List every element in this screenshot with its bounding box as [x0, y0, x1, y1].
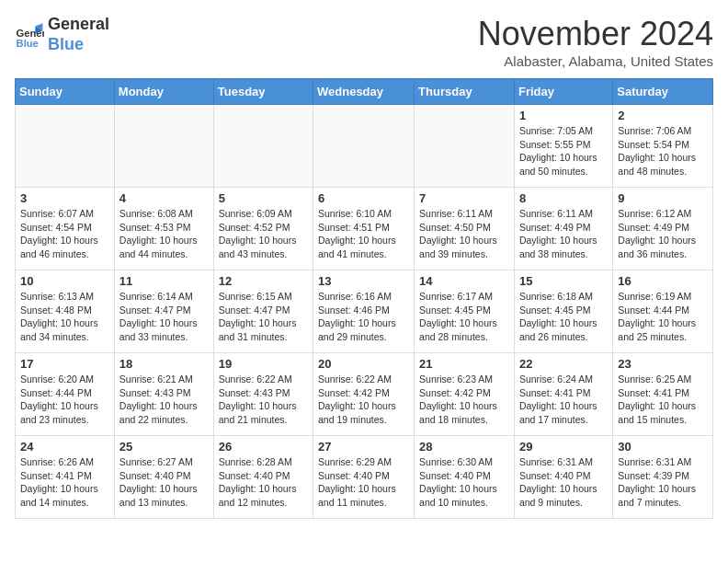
- calendar-cell: 4Sunrise: 6:08 AM Sunset: 4:53 PM Daylig…: [114, 188, 213, 270]
- day-info: Sunrise: 6:21 AM Sunset: 4:43 PM Dayligh…: [119, 373, 209, 427]
- day-info: Sunrise: 6:14 AM Sunset: 4:47 PM Dayligh…: [119, 290, 209, 344]
- calendar-cell: [16, 105, 115, 188]
- week-row-3: 10Sunrise: 6:13 AM Sunset: 4:48 PM Dayli…: [16, 270, 713, 353]
- logo-wordmark: General Blue: [48, 15, 109, 54]
- day-number: 1: [519, 109, 608, 122]
- weekday-header-sunday: Sunday: [16, 79, 115, 105]
- day-number: 24: [20, 440, 109, 454]
- day-info: Sunrise: 6:24 AM Sunset: 4:41 PM Dayligh…: [519, 373, 608, 427]
- calendar-cell: [114, 105, 213, 188]
- day-info: Sunrise: 6:18 AM Sunset: 4:45 PM Dayligh…: [519, 290, 608, 344]
- day-number: 26: [219, 440, 308, 454]
- day-number: 14: [419, 274, 509, 288]
- calendar-cell: 19Sunrise: 6:22 AM Sunset: 4:43 PM Dayli…: [213, 353, 313, 436]
- day-number: 10: [20, 274, 109, 288]
- day-info: Sunrise: 6:07 AM Sunset: 4:54 PM Dayligh…: [20, 207, 109, 261]
- day-info: Sunrise: 6:27 AM Sunset: 4:40 PM Dayligh…: [119, 455, 209, 510]
- calendar-cell: 15Sunrise: 6:18 AM Sunset: 4:45 PM Dayli…: [514, 270, 612, 353]
- calendar-cell: 2Sunrise: 7:06 AM Sunset: 5:54 PM Daylig…: [613, 105, 713, 188]
- day-number: 15: [519, 274, 608, 288]
- day-info: Sunrise: 6:28 AM Sunset: 4:40 PM Dayligh…: [219, 455, 308, 510]
- title-section: November 2024 Alabaster, Alabama, United…: [478, 15, 713, 69]
- calendar-cell: 3Sunrise: 6:07 AM Sunset: 4:54 PM Daylig…: [16, 188, 115, 270]
- day-number: 27: [318, 440, 409, 454]
- day-info: Sunrise: 7:05 AM Sunset: 5:55 PM Dayligh…: [519, 124, 608, 178]
- day-number: 8: [519, 191, 608, 205]
- day-number: 23: [618, 357, 708, 371]
- day-number: 11: [119, 274, 209, 288]
- weekday-header-row: SundayMondayTuesdayWednesdayThursdayFrid…: [16, 79, 713, 105]
- day-number: 9: [618, 191, 708, 205]
- day-info: Sunrise: 6:20 AM Sunset: 4:44 PM Dayligh…: [20, 373, 109, 427]
- week-row-1: 1Sunrise: 7:05 AM Sunset: 5:55 PM Daylig…: [16, 105, 713, 188]
- calendar-cell: 27Sunrise: 6:29 AM Sunset: 4:40 PM Dayli…: [313, 436, 415, 519]
- calendar-cell: 21Sunrise: 6:23 AM Sunset: 4:42 PM Dayli…: [415, 353, 515, 436]
- calendar-cell: 25Sunrise: 6:27 AM Sunset: 4:40 PM Dayli…: [114, 436, 213, 519]
- day-info: Sunrise: 6:11 AM Sunset: 4:50 PM Dayligh…: [419, 207, 509, 261]
- day-info: Sunrise: 6:17 AM Sunset: 4:45 PM Dayligh…: [419, 290, 509, 344]
- calendar-cell: [213, 105, 313, 188]
- page-header: General Blue General Blue November 2024 …: [15, 15, 713, 69]
- day-number: 28: [419, 440, 509, 454]
- day-info: Sunrise: 6:13 AM Sunset: 4:48 PM Dayligh…: [20, 290, 109, 344]
- day-info: Sunrise: 6:26 AM Sunset: 4:41 PM Dayligh…: [20, 455, 109, 510]
- calendar-cell: 14Sunrise: 6:17 AM Sunset: 4:45 PM Dayli…: [415, 270, 515, 353]
- calendar-cell: 8Sunrise: 6:11 AM Sunset: 4:49 PM Daylig…: [514, 188, 612, 270]
- day-info: Sunrise: 6:15 AM Sunset: 4:47 PM Dayligh…: [219, 290, 308, 344]
- week-row-4: 17Sunrise: 6:20 AM Sunset: 4:44 PM Dayli…: [16, 353, 713, 436]
- week-row-2: 3Sunrise: 6:07 AM Sunset: 4:54 PM Daylig…: [16, 188, 713, 270]
- day-info: Sunrise: 6:09 AM Sunset: 4:52 PM Dayligh…: [219, 207, 308, 261]
- day-info: Sunrise: 6:25 AM Sunset: 4:41 PM Dayligh…: [618, 373, 708, 427]
- day-number: 6: [318, 191, 409, 205]
- calendar-cell: [415, 105, 515, 188]
- weekday-header-wednesday: Wednesday: [313, 79, 415, 105]
- calendar-cell: 24Sunrise: 6:26 AM Sunset: 4:41 PM Dayli…: [16, 436, 115, 519]
- logo-line2: Blue: [48, 35, 109, 55]
- calendar-cell: 22Sunrise: 6:24 AM Sunset: 4:41 PM Dayli…: [514, 353, 612, 436]
- calendar-cell: 23Sunrise: 6:25 AM Sunset: 4:41 PM Dayli…: [613, 353, 713, 436]
- day-number: 20: [318, 357, 409, 371]
- day-info: Sunrise: 6:22 AM Sunset: 4:42 PM Dayligh…: [318, 373, 409, 427]
- calendar-cell: 29Sunrise: 6:31 AM Sunset: 4:40 PM Dayli…: [514, 436, 612, 519]
- day-info: Sunrise: 6:31 AM Sunset: 4:40 PM Dayligh…: [519, 455, 608, 510]
- day-info: Sunrise: 6:23 AM Sunset: 4:42 PM Dayligh…: [419, 373, 509, 427]
- weekday-header-thursday: Thursday: [415, 79, 515, 105]
- day-number: 29: [519, 440, 608, 454]
- day-info: Sunrise: 6:11 AM Sunset: 4:49 PM Dayligh…: [519, 207, 608, 261]
- day-number: 30: [618, 440, 708, 454]
- calendar-cell: 10Sunrise: 6:13 AM Sunset: 4:48 PM Dayli…: [16, 270, 115, 353]
- day-number: 19: [219, 357, 308, 371]
- day-info: Sunrise: 6:16 AM Sunset: 4:46 PM Dayligh…: [318, 290, 409, 344]
- calendar-cell: 26Sunrise: 6:28 AM Sunset: 4:40 PM Dayli…: [213, 436, 313, 519]
- month-title: November 2024: [478, 15, 713, 53]
- day-info: Sunrise: 6:10 AM Sunset: 4:51 PM Dayligh…: [318, 207, 409, 261]
- calendar-cell: 30Sunrise: 6:31 AM Sunset: 4:39 PM Dayli…: [613, 436, 713, 519]
- logo: General Blue General Blue: [15, 15, 109, 54]
- calendar-cell: 17Sunrise: 6:20 AM Sunset: 4:44 PM Dayli…: [16, 353, 115, 436]
- logo-icon: General Blue: [15, 20, 44, 50]
- calendar-cell: 28Sunrise: 6:30 AM Sunset: 4:40 PM Dayli…: [415, 436, 515, 519]
- day-info: Sunrise: 6:12 AM Sunset: 4:49 PM Dayligh…: [618, 207, 708, 261]
- day-info: Sunrise: 6:08 AM Sunset: 4:53 PM Dayligh…: [119, 207, 209, 261]
- calendar-cell: 7Sunrise: 6:11 AM Sunset: 4:50 PM Daylig…: [415, 188, 515, 270]
- week-row-5: 24Sunrise: 6:26 AM Sunset: 4:41 PM Dayli…: [16, 436, 713, 519]
- day-number: 25: [119, 440, 209, 454]
- logo-line1: General: [48, 15, 109, 35]
- calendar-cell: 11Sunrise: 6:14 AM Sunset: 4:47 PM Dayli…: [114, 270, 213, 353]
- day-number: 13: [318, 274, 409, 288]
- calendar-cell: 5Sunrise: 6:09 AM Sunset: 4:52 PM Daylig…: [213, 188, 313, 270]
- day-number: 18: [119, 357, 209, 371]
- calendar-cell: 20Sunrise: 6:22 AM Sunset: 4:42 PM Dayli…: [313, 353, 415, 436]
- day-number: 17: [20, 357, 109, 371]
- weekday-header-friday: Friday: [514, 79, 612, 105]
- day-number: 2: [618, 109, 708, 122]
- weekday-header-saturday: Saturday: [613, 79, 713, 105]
- day-info: Sunrise: 6:22 AM Sunset: 4:43 PM Dayligh…: [219, 373, 308, 427]
- calendar-table: SundayMondayTuesdayWednesdayThursdayFrid…: [15, 78, 713, 519]
- day-number: 5: [219, 191, 308, 205]
- day-info: Sunrise: 6:29 AM Sunset: 4:40 PM Dayligh…: [318, 455, 409, 510]
- day-info: Sunrise: 6:19 AM Sunset: 4:44 PM Dayligh…: [618, 290, 708, 344]
- day-number: 12: [219, 274, 308, 288]
- day-number: 7: [419, 191, 509, 205]
- day-info: Sunrise: 7:06 AM Sunset: 5:54 PM Dayligh…: [618, 124, 708, 178]
